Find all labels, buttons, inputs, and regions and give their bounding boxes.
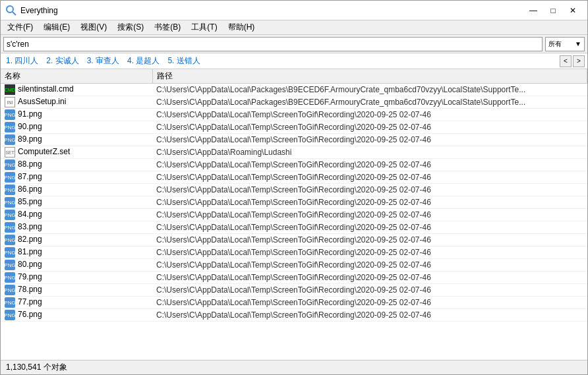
- menu-tools[interactable]: 工具(T): [186, 20, 222, 34]
- status-bar: 1,130,541 个对象: [1, 360, 587, 374]
- col-path[interactable]: 路径: [152, 69, 587, 84]
- table-row[interactable]: PNG81.pngC:\Users\C\AppData\Local\Temp\S…: [1, 246, 587, 259]
- file-path-cell: C:\Users\C\AppData\Local\Temp\ScreenToGi…: [152, 209, 587, 221]
- png-icon: PNG: [5, 247, 15, 258]
- autocomplete-bar: 1. 四川人 2. 实诚人 3. 审查人 4. 是超人 5. 送错人 < >: [1, 53, 587, 69]
- file-name-cell: PNG77.png: [1, 297, 152, 309]
- table-row[interactable]: CMDsilentinstall.cmdC:\Users\C\AppData\L…: [1, 84, 587, 96]
- table-row[interactable]: PNG87.pngC:\Users\C\AppData\Local\Temp\S…: [1, 171, 587, 184]
- file-path-cell: C:\Users\C\AppData\Local\Temp\ScreenToGi…: [152, 246, 587, 259]
- file-path-cell: C:\Users\C\AppData\Local\Temp\ScreenToGi…: [152, 259, 587, 272]
- file-path-cell: C:\Users\C\AppData\Roaming\Ludashi: [152, 146, 587, 159]
- file-name-cell: PNG81.png: [1, 246, 152, 259]
- file-name-cell: PNG90.png: [1, 121, 152, 134]
- close-button[interactable]: ✕: [564, 4, 582, 17]
- table-row[interactable]: PNG77.pngC:\Users\C\AppData\Local\Temp\S…: [1, 297, 587, 309]
- png-icon: PNG: [5, 272, 15, 283]
- menu-file[interactable]: 文件(F): [2, 20, 38, 34]
- file-name-cell: PNG79.png: [1, 272, 152, 284]
- table-row[interactable]: PNG90.pngC:\Users\C\AppData\Local\Temp\S…: [1, 121, 587, 134]
- toolbar: 所有 ▼: [1, 35, 587, 53]
- autocomplete-item-1[interactable]: 2. 实诚人: [44, 54, 81, 68]
- title-bar-left: Everything: [6, 5, 58, 16]
- window-controls: — □ ✕: [524, 4, 582, 17]
- file-path-cell: C:\Users\C\AppData\Local\Temp\ScreenToGi…: [152, 297, 587, 309]
- autocomplete-item-0[interactable]: 1. 四川人: [3, 54, 41, 68]
- menu-bar: 文件(F) 编辑(E) 视图(V) 搜索(S) 书签(B) 工具(T) 帮助(H…: [1, 20, 587, 35]
- file-path-cell: C:\Users\C\AppData\Local\Temp\ScreenToGi…: [152, 284, 587, 297]
- file-path-cell: C:\Users\C\AppData\Local\Packages\B9ECED…: [152, 96, 587, 109]
- table-row[interactable]: PNG89.pngC:\Users\C\AppData\Local\Temp\S…: [1, 134, 587, 146]
- file-path-cell: C:\Users\C\AppData\Local\Packages\B9ECED…: [152, 84, 587, 96]
- file-path-cell: C:\Users\C\AppData\Local\Temp\ScreenToGi…: [152, 171, 587, 184]
- png-icon: PNG: [5, 297, 15, 308]
- png-icon: PNG: [5, 310, 15, 320]
- menu-help[interactable]: 帮助(H): [223, 20, 260, 34]
- table-row[interactable]: PNG91.pngC:\Users\C\AppData\Local\Temp\S…: [1, 109, 587, 121]
- table-row[interactable]: SETComputerZ.setC:\Users\C\AppData\Roami…: [1, 146, 587, 159]
- png-icon: PNG: [5, 134, 15, 145]
- search-input[interactable]: [3, 37, 543, 51]
- png-icon: PNG: [5, 159, 15, 170]
- autocomplete-item-3[interactable]: 4. 是超人: [125, 54, 162, 68]
- menu-bookmarks[interactable]: 书签(B): [149, 20, 186, 34]
- table-row[interactable]: PNG85.pngC:\Users\C\AppData\Local\Temp\S…: [1, 196, 587, 209]
- menu-view[interactable]: 视图(V): [75, 20, 112, 34]
- svg-line-1: [13, 12, 16, 15]
- title-bar: Everything — □ ✕: [1, 1, 587, 20]
- file-name-cell: PNG85.png: [1, 196, 152, 209]
- maximize-button[interactable]: □: [544, 4, 562, 17]
- autocomplete-nav: < >: [560, 55, 585, 67]
- png-icon: PNG: [5, 197, 15, 208]
- table-row[interactable]: PNG76.pngC:\Users\C\AppData\Local\Temp\S…: [1, 309, 587, 322]
- file-name-cell: INIAsusSetup.ini: [1, 96, 152, 109]
- table-row[interactable]: PNG86.pngC:\Users\C\AppData\Local\Temp\S…: [1, 184, 587, 196]
- file-name-cell: PNG84.png: [1, 209, 152, 221]
- col-name[interactable]: 名称: [1, 69, 152, 84]
- file-path-cell: C:\Users\C\AppData\Local\Temp\ScreenToGi…: [152, 234, 587, 246]
- file-name-cell: PNG87.png: [1, 171, 152, 184]
- file-path-cell: C:\Users\C\AppData\Local\Temp\ScreenToGi…: [152, 109, 587, 121]
- table-row[interactable]: INIAsusSetup.iniC:\Users\C\AppData\Local…: [1, 96, 587, 109]
- file-name-cell: PNG80.png: [1, 259, 152, 272]
- file-name-cell: CMDsilentinstall.cmd: [1, 84, 152, 96]
- table-row[interactable]: PNG88.pngC:\Users\C\AppData\Local\Temp\S…: [1, 159, 587, 171]
- file-name-cell: PNG91.png: [1, 109, 152, 121]
- png-icon: PNG: [5, 222, 15, 233]
- file-name-cell: PNG88.png: [1, 159, 152, 171]
- autocomplete-prev[interactable]: <: [560, 55, 572, 67]
- file-path-cell: C:\Users\C\AppData\Local\Temp\ScreenToGi…: [152, 221, 587, 234]
- file-path-cell: C:\Users\C\AppData\Local\Temp\ScreenToGi…: [152, 159, 587, 171]
- table-row[interactable]: PNG80.pngC:\Users\C\AppData\Local\Temp\S…: [1, 259, 587, 272]
- autocomplete-item-2[interactable]: 3. 审查人: [84, 54, 122, 68]
- menu-search[interactable]: 搜索(S): [112, 20, 149, 34]
- table-row[interactable]: PNG84.pngC:\Users\C\AppData\Local\Temp\S…: [1, 209, 587, 221]
- menu-edit[interactable]: 编辑(E): [38, 20, 75, 34]
- results-area[interactable]: 名称 路径 CMDsilentinstall.cmdC:\Users\C\App…: [1, 69, 587, 360]
- filter-label: 所有: [548, 40, 562, 49]
- main-window: Everything — □ ✕ 文件(F) 编辑(E) 视图(V) 搜索(S)…: [0, 0, 588, 375]
- app-icon: [6, 5, 16, 16]
- table-row[interactable]: PNG78.pngC:\Users\C\AppData\Local\Temp\S…: [1, 284, 587, 297]
- cmd-icon: CMD: [5, 84, 15, 95]
- table-row[interactable]: PNG82.pngC:\Users\C\AppData\Local\Temp\S…: [1, 234, 587, 246]
- png-icon: PNG: [5, 260, 15, 270]
- filter-dropdown[interactable]: 所有 ▼: [545, 37, 585, 51]
- file-name-cell: PNG82.png: [1, 234, 152, 246]
- png-icon: PNG: [5, 109, 15, 120]
- autocomplete-next[interactable]: >: [573, 55, 585, 67]
- ini-icon: INI: [5, 97, 15, 107]
- autocomplete-item-4[interactable]: 5. 送错人: [165, 54, 202, 68]
- file-path-cell: C:\Users\C\AppData\Local\Temp\ScreenToGi…: [152, 272, 587, 284]
- filter-arrow: ▼: [575, 40, 581, 47]
- table-row[interactable]: PNG79.pngC:\Users\C\AppData\Local\Temp\S…: [1, 272, 587, 284]
- svg-point-0: [7, 6, 13, 13]
- results-table: 名称 路径 CMDsilentinstall.cmdC:\Users\C\App…: [1, 69, 587, 322]
- file-path-cell: C:\Users\C\AppData\Local\Temp\ScreenToGi…: [152, 121, 587, 134]
- file-path-cell: C:\Users\C\AppData\Local\Temp\ScreenToGi…: [152, 309, 587, 322]
- file-name-cell: PNG86.png: [1, 184, 152, 196]
- table-row[interactable]: PNG83.pngC:\Users\C\AppData\Local\Temp\S…: [1, 221, 587, 234]
- png-icon: PNG: [5, 285, 15, 295]
- minimize-button[interactable]: —: [524, 4, 543, 17]
- file-name-cell: PNG76.png: [1, 309, 152, 322]
